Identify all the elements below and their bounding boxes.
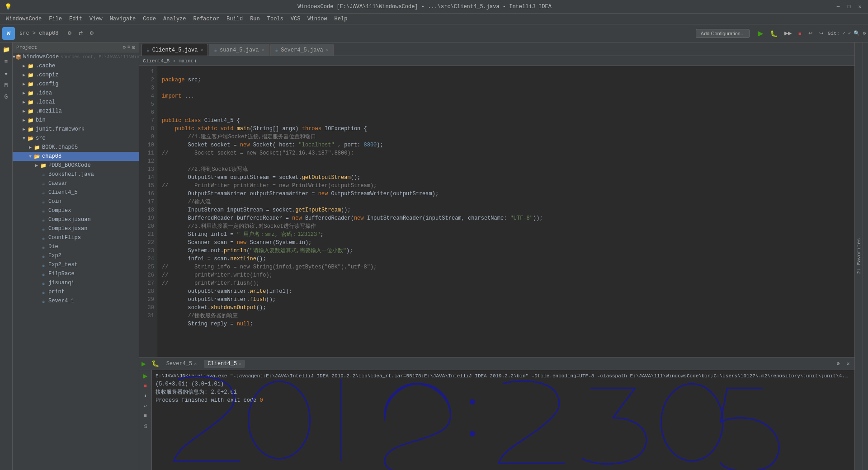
toolbar-undo[interactable]: ↩ <box>806 29 815 38</box>
tab-label-client45: Client4_5.java <box>152 47 198 53</box>
tree-item-print[interactable]: ▶ ☕ print <box>13 287 139 296</box>
tab-suan45[interactable]: ☕ suan4_5.java ✕ <box>209 44 269 56</box>
tree-item-local[interactable]: ▶ 📁 .local <box>13 98 139 107</box>
toolbar-redo[interactable]: ↪ <box>816 29 826 38</box>
tree-item-jisuanqi[interactable]: ▶ ☕ jisuanqi <box>13 278 139 287</box>
gradle-icon[interactable]: G <box>1 92 11 102</box>
run-tab-close-client45[interactable]: ✕ <box>239 361 241 367</box>
sidebar-btn-2[interactable]: ≡ <box>127 44 131 50</box>
maximize-button[interactable]: □ <box>845 3 853 10</box>
toolbar-btn-3[interactable]: ⚙ <box>87 29 97 38</box>
run-button[interactable]: ▶ <box>755 28 766 39</box>
minimize-button[interactable]: ─ <box>835 3 842 10</box>
tree-item-config[interactable]: ▶ 📁 .config <box>13 80 139 89</box>
project-icon[interactable]: 📁 <box>1 45 11 55</box>
sidebar-tree: ▼ 📦 WindowsCode sources root, E:\JAVA\11… <box>13 52 139 470</box>
tree-item-sever41[interactable]: ▶ ☕ Sever4_1 <box>13 296 139 306</box>
tree-item-windowscode[interactable]: ▼ 📦 WindowsCode sources root, E:\JAVA\11… <box>13 52 139 61</box>
app-logo: W <box>2 27 15 40</box>
tree-label-bin: bin <box>36 117 46 123</box>
toolbar-btn-2[interactable]: ⇄ <box>76 29 85 38</box>
menu-analyze[interactable]: Analyze <box>160 15 189 23</box>
sidebar-btn-3[interactable]: ⊡ <box>132 44 135 50</box>
rerun-icon[interactable]: ▶ <box>142 372 150 380</box>
tree-item-exp2test[interactable]: ▶ ☕ Exp2_test <box>13 260 139 269</box>
tree-item-complexjusan[interactable]: ▶ ☕ Complexjusan <box>13 224 139 233</box>
editor-content[interactable]: Client4_5 › main() 12345 678910 11121314… <box>139 56 854 357</box>
menu-refactor[interactable]: Refactor <box>190 15 223 23</box>
sidebar-btn-1[interactable]: ⚙ <box>123 44 126 50</box>
tab-client45[interactable]: ☕ Client4_5.java ✕ <box>142 44 208 56</box>
tab-close-sever45[interactable]: ✕ <box>326 47 329 53</box>
tree-item-die[interactable]: ▶ ☕ Die <box>13 242 139 251</box>
run-tab-sever45[interactable]: Sever4_5 ✕ <box>163 360 201 368</box>
maven-icon[interactable]: M <box>1 80 11 90</box>
breadcrumb: src > chap08 <box>19 30 58 37</box>
menu-edit[interactable]: Edit <box>66 15 86 23</box>
tree-item-complexjisuan[interactable]: ▶ ☕ Complexjisuan <box>13 215 139 224</box>
tree-item-junit[interactable]: ▶ 📁 junit.framework <box>13 125 139 134</box>
stop-icon[interactable]: ■ <box>142 382 150 390</box>
menu-view[interactable]: View <box>86 15 106 23</box>
menu-build[interactable]: Build <box>223 15 246 23</box>
tree-label-jisuanqi: jisuanqi <box>48 280 75 286</box>
run-close-icon[interactable]: ✕ <box>844 360 852 368</box>
tab-close-suan45[interactable]: ✕ <box>262 47 264 53</box>
tree-item-mozilla[interactable]: ▶ 📁 .mozilla <box>13 107 139 116</box>
toolbar-settings[interactable]: ⚙ <box>863 30 866 36</box>
git-check-2: ✓ <box>848 30 851 36</box>
run-settings-icon[interactable]: ⚙ <box>834 360 842 368</box>
structure-icon[interactable]: ≡ <box>1 56 11 66</box>
tree-item-countflips[interactable]: ▶ ☕ CountFlips <box>13 233 139 242</box>
menu-help[interactable]: Help <box>331 15 351 23</box>
scroll-end-icon[interactable]: ⬇ <box>142 392 150 400</box>
bookmark-icon[interactable]: ★ <box>1 68 11 78</box>
git-label: Git: <box>828 31 840 36</box>
menu-vcs[interactable]: VCS <box>287 15 304 23</box>
menu-windowscode[interactable]: WindowsCode <box>2 15 45 23</box>
tree-item-filprace[interactable]: ▶ ☕ FilpRace <box>13 269 139 278</box>
menu-run[interactable]: Run <box>246 15 264 23</box>
add-configuration-button[interactable]: Add Configuration... <box>696 29 750 38</box>
menu-navigate[interactable]: Navigate <box>106 15 140 23</box>
menu-file[interactable]: File <box>45 15 66 23</box>
run-header: ▶ 🐛 Sever4_5 ✕ Client4_5 ✕ ⚙ ✕ <box>139 357 854 370</box>
title-text: WindowsCode [E:\JAVA\111\WindowsCode] - … <box>14 4 835 10</box>
git-search[interactable]: 🔍 <box>854 30 860 36</box>
tree-item-compiz[interactable]: ▶ 📁 .compiz <box>13 70 139 80</box>
menu-tools[interactable]: Tools <box>264 15 287 23</box>
tree-item-bookchap05[interactable]: ▶ 📁 BOOK.chap05 <box>13 143 139 152</box>
run-tab-client45[interactable]: Client4_5 ✕ <box>204 360 245 368</box>
tree-item-chap08[interactable]: ▼ 📂 chap08 <box>13 152 139 161</box>
toolbar-stop[interactable]: ■ <box>796 29 804 38</box>
line-numbers: 12345 678910 1112131415 1617181920 21222… <box>139 66 157 357</box>
filter-icon[interactable]: ≡ <box>142 412 150 420</box>
tab-sever45[interactable]: ☕ Sever4_5.java ✕ <box>270 44 334 56</box>
tree-label-cache: .cache <box>36 63 55 69</box>
toolbar-run-2[interactable]: ▶▶ <box>782 29 794 38</box>
tree-item-coin[interactable]: ▶ ☕ Coin <box>13 197 139 206</box>
tree-item-complex[interactable]: ▶ ☕ Complex <box>13 206 139 215</box>
tree-item-client45[interactable]: ▶ ☕ Client4_5 <box>13 188 139 197</box>
tree-item-pdds[interactable]: ▶ 📁 PDDS_BOOKCode <box>13 161 139 170</box>
close-button[interactable]: ✕ <box>856 3 863 10</box>
debug-button[interactable]: 🐛 <box>767 28 780 38</box>
tree-item-exp2[interactable]: ▶ ☕ Exp2 <box>13 251 139 260</box>
soft-wrap-icon[interactable]: ↩ <box>142 402 150 410</box>
tree-item-idea[interactable]: ▶ 📁 .idea <box>13 89 139 98</box>
tree-item-bin[interactable]: ▶ 📁 bin <box>13 116 139 125</box>
right-scrollbar[interactable] <box>863 42 868 470</box>
toolbar-btn-1[interactable]: ⚙ <box>65 29 75 38</box>
tree-item-cache[interactable]: ▶ 📁 .cache <box>13 61 139 70</box>
code-editor[interactable]: package src; import ... public class Cli… <box>157 66 854 357</box>
tree-item-caesar[interactable]: ▶ ☕ Caesar <box>13 179 139 188</box>
tree-item-bookshelf[interactable]: ▶ ☕ Bookshelf.java <box>13 170 139 179</box>
tree-label-compiz: .compiz <box>36 72 58 78</box>
menu-window[interactable]: Window <box>304 15 330 23</box>
tab-close-client45[interactable]: ✕ <box>200 47 203 53</box>
menu-code[interactable]: Code <box>139 15 160 23</box>
print-icon[interactable]: 🖨 <box>142 422 150 430</box>
tree-label-junit: junit.framework <box>36 126 85 132</box>
run-tab-close-sever45[interactable]: ✕ <box>194 361 197 367</box>
tree-item-src[interactable]: ▼ 📂 src <box>13 134 139 143</box>
